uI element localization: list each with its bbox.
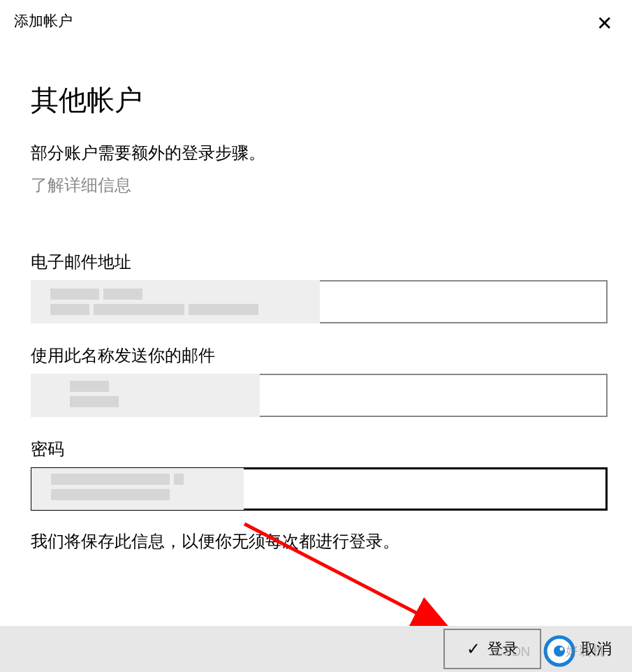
password-field[interactable] xyxy=(33,469,605,509)
cancel-button-label: 取消 xyxy=(581,638,612,659)
check-icon: ✓ xyxy=(466,639,480,659)
svg-point-3 xyxy=(554,645,565,657)
email-field-wrap xyxy=(31,280,608,323)
logo-icon xyxy=(543,634,576,668)
email-field[interactable] xyxy=(32,282,606,322)
login-button[interactable]: ✓ 登录 xyxy=(443,629,541,669)
sendname-label: 使用此名称发送你的邮件 xyxy=(31,344,601,367)
email-label: 电子邮件地址 xyxy=(31,251,601,273)
svg-point-4 xyxy=(560,648,564,651)
password-label: 密码 xyxy=(31,438,601,460)
window-title: 添加帐户 xyxy=(14,11,73,31)
login-button-label: 登录 xyxy=(487,638,518,659)
page-heading: 其他帐户 xyxy=(31,81,601,119)
close-icon[interactable]: ✕ xyxy=(591,11,618,36)
learn-more-link[interactable]: 了解详细信息 xyxy=(31,174,131,196)
sendname-field-wrap xyxy=(31,374,608,417)
footer-bar: ✓ 登录 ✕ 取消 xyxy=(0,626,632,672)
page-subtext: 部分账户需要额外的登录步骤。 xyxy=(31,142,601,164)
sendname-field[interactable] xyxy=(32,375,606,416)
save-info-text: 我们将保存此信息，以便你无须每次都进行登录。 xyxy=(31,530,601,553)
password-field-wrap xyxy=(31,467,608,511)
